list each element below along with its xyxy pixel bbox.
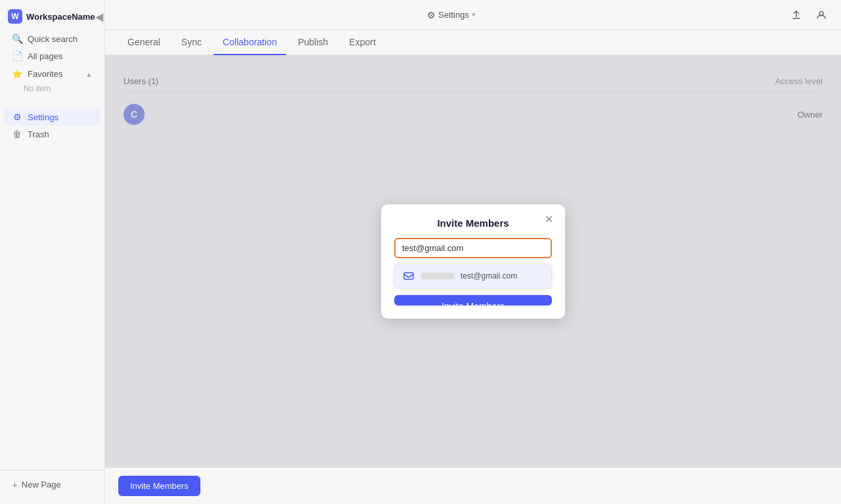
- gear-icon: ⚙: [427, 10, 436, 20]
- topbar: ⚙ Settings ▾: [105, 0, 841, 30]
- favorites-header-left: ⭐ Favorites: [12, 69, 62, 79]
- tab-sync[interactable]: Sync: [172, 30, 211, 55]
- modal-title: Invite Members: [394, 218, 552, 229]
- favorites-header[interactable]: ⭐ Favorites ▲: [4, 66, 101, 82]
- svg-rect-1: [404, 273, 413, 279]
- sidebar-item-label: Settings: [28, 112, 58, 122]
- suggestion-name-placeholder: [421, 273, 454, 279]
- email-input[interactable]: [402, 243, 544, 253]
- svg-point-0: [819, 11, 823, 15]
- email-input-container[interactable]: [394, 238, 552, 258]
- pages-icon: 📄: [12, 51, 22, 61]
- workspace-title: WorkspaceName: [26, 12, 95, 22]
- tab-export[interactable]: Export: [340, 30, 384, 55]
- sidebar-bottom: + New Page: [0, 470, 104, 499]
- favorites-section: ⭐ Favorites ▲ No item: [0, 66, 104, 95]
- search-icon: 🔍: [12, 34, 22, 44]
- favorites-label: Favorites: [28, 69, 62, 79]
- modal-close-button[interactable]: ✕: [541, 212, 556, 227]
- tabs-bar: General Sync Collaboration Publish Expor…: [105, 30, 841, 55]
- sidebar-item-label: All pages: [28, 51, 62, 61]
- modal-invite-button[interactable]: Invite Members: [394, 295, 552, 306]
- sidebar-item-quick-search[interactable]: 🔍 Quick search: [4, 30, 101, 47]
- sidebar-item-all-pages[interactable]: 📄 All pages: [4, 47, 101, 64]
- sidebar-header: W WorkspaceName ◀: [0, 5, 104, 28]
- sidebar-item-trash[interactable]: 🗑 Trash: [4, 126, 101, 143]
- invite-members-main-button[interactable]: Invite Members: [118, 476, 200, 496]
- sidebar-item-settings[interactable]: ⚙ Settings: [4, 108, 101, 126]
- sidebar-item-label: Trash: [28, 129, 49, 139]
- workspace-icon: W: [8, 9, 22, 24]
- bottom-bar: Invite Members: [105, 467, 841, 504]
- user-icon-button[interactable]: [812, 6, 830, 24]
- modal-overlay: ✕ Invite Members test@gmai: [105, 55, 841, 467]
- star-icon: ⭐: [12, 69, 22, 79]
- tab-publish[interactable]: Publish: [288, 30, 337, 55]
- email-suggestion-icon: [401, 269, 416, 283]
- tab-collaboration[interactable]: Collaboration: [214, 30, 286, 55]
- workspace-name-row[interactable]: W WorkspaceName: [8, 9, 95, 24]
- suggestion-dropdown: test@gmail.com: [394, 263, 552, 288]
- tab-general[interactable]: General: [118, 30, 170, 55]
- suggestion-email-text: test@gmail.com: [461, 271, 517, 281]
- topbar-right: [787, 6, 830, 24]
- sidebar-item-label: Quick search: [28, 34, 78, 44]
- new-page-button[interactable]: + New Page: [4, 476, 101, 493]
- content-area: Users (1) Access level C Owner ✕ Invite …: [105, 55, 841, 467]
- upload-icon-button[interactable]: [787, 6, 806, 24]
- settings-label: Settings: [438, 10, 469, 20]
- main-area: ⚙ Settings ▾ General Sync Collaboration: [105, 0, 841, 504]
- collapse-sidebar-button[interactable]: ◀: [95, 10, 103, 23]
- settings-dropdown-button[interactable]: ⚙ Settings ▾: [422, 7, 481, 23]
- new-page-label: New Page: [22, 480, 61, 490]
- suggestion-item[interactable]: test@gmail.com: [395, 264, 551, 288]
- invite-members-modal: ✕ Invite Members test@gmai: [381, 204, 565, 319]
- chevron-down-icon: ▾: [472, 11, 476, 19]
- plus-icon: +: [12, 479, 18, 490]
- settings-icon: ⚙: [12, 112, 22, 122]
- trash-icon: 🗑: [12, 129, 22, 139]
- chevron-up-icon: ▲: [85, 70, 93, 78]
- no-item-text: No item: [0, 82, 104, 95]
- sidebar: W WorkspaceName ◀ 🔍 Quick search 📄 All p…: [0, 0, 105, 504]
